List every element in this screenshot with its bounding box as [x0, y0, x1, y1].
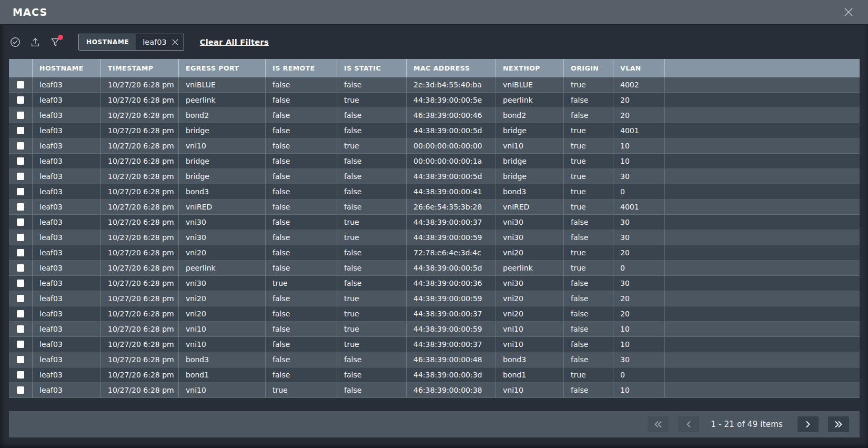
upload-icon	[29, 36, 41, 48]
cell-vlan: 20	[613, 245, 665, 260]
cell-is-remote: false	[266, 291, 337, 306]
cell-vlan: 20	[613, 93, 665, 107]
cell-is-static: false	[337, 383, 407, 397]
cell-mac-address: 46:38:39:00:00:46	[407, 108, 496, 123]
cell-is-static: true	[337, 322, 407, 336]
cell-origin: false	[564, 352, 613, 367]
cell-hostname: leaf03	[33, 93, 101, 107]
row-checkbox[interactable]	[17, 341, 24, 348]
next-page-button[interactable]	[798, 416, 819, 432]
row-checkbox[interactable]	[17, 173, 24, 180]
cell-mac-address: 72:78:e6:4e:3d:4c	[407, 245, 496, 260]
cell-mac-address: 44:38:39:00:00:5d	[407, 169, 496, 184]
table-row: leaf0310/27/20 6:28 pmvni30falsetrue44:3…	[9, 230, 860, 245]
row-filler	[665, 367, 860, 382]
cell-vlan: 30	[613, 169, 665, 184]
row-checkbox[interactable]	[17, 371, 24, 379]
row-checkbox[interactable]	[17, 112, 24, 119]
cell-mac-address: 44:38:39:00:00:37	[407, 337, 496, 352]
cell-mac-address: 44:38:39:00:00:5d	[407, 261, 496, 275]
row-checkbox[interactable]	[17, 142, 24, 150]
export-button[interactable]	[29, 36, 42, 48]
header-is-static[interactable]: IS STATIC	[337, 59, 407, 77]
row-checkbox[interactable]	[17, 325, 24, 333]
row-checkbox-cell	[9, 230, 33, 245]
row-filler	[665, 261, 860, 275]
cell-hostname: leaf03	[33, 337, 101, 352]
cell-vlan: 10	[613, 383, 665, 397]
row-checkbox[interactable]	[17, 234, 24, 241]
cell-origin: true	[564, 261, 613, 275]
row-checkbox[interactable]	[17, 280, 24, 287]
cell-is-remote: false	[266, 93, 337, 107]
cell-nexthop: peerlink	[496, 93, 564, 107]
cell-is-remote: false	[266, 215, 337, 230]
filter-chip-value-wrap: leaf03	[136, 34, 183, 50]
row-checkbox[interactable]	[17, 203, 24, 211]
row-checkbox[interactable]	[17, 218, 24, 226]
header-origin[interactable]: ORIGIN	[564, 59, 613, 77]
filter-button[interactable]	[49, 36, 62, 48]
header-nexthop[interactable]: NEXTHOP	[496, 59, 564, 77]
cell-hostname: leaf03	[33, 215, 101, 230]
cell-vlan: 4001	[613, 123, 665, 138]
row-checkbox[interactable]	[17, 295, 24, 302]
row-checkbox[interactable]	[17, 157, 24, 165]
cell-nexthop: bond1	[496, 367, 564, 382]
row-checkbox[interactable]	[17, 188, 24, 195]
cell-nexthop: vni10	[496, 337, 564, 352]
row-checkbox[interactable]	[17, 264, 24, 272]
cell-origin: false	[564, 215, 613, 230]
cell-nexthop: vni30	[496, 230, 564, 245]
prev-page-button[interactable]	[678, 416, 699, 432]
row-checkbox-cell	[9, 154, 33, 168]
header-vlan[interactable]: VLAN	[613, 59, 665, 77]
cell-vlan: 30	[613, 215, 665, 230]
header-hostname[interactable]: HOSTNAME	[33, 59, 101, 77]
cell-timestamp: 10/27/20 6:28 pm	[101, 245, 179, 260]
table-row: leaf0310/27/20 6:28 pmvni10truefalse46:3…	[9, 383, 860, 398]
row-checkbox[interactable]	[17, 96, 24, 104]
cell-mac-address: 44:38:39:00:00:36	[407, 276, 496, 291]
row-checkbox[interactable]	[17, 127, 24, 134]
last-page-button[interactable]	[828, 416, 849, 432]
row-checkbox[interactable]	[17, 81, 24, 88]
cell-timestamp: 10/27/20 6:28 pm	[101, 108, 179, 123]
cell-nexthop: bond3	[496, 352, 564, 367]
close-button[interactable]	[842, 5, 855, 19]
cell-egress-port: bond2	[179, 108, 266, 123]
header-timestamp[interactable]: TIMESTAMP	[101, 59, 179, 77]
macs-table: HOSTNAME TIMESTAMP EGRESS PORT IS REMOTE…	[9, 59, 860, 398]
header-mac-address[interactable]: MAC ADDRESS	[407, 59, 496, 77]
cell-nexthop: vniBLUE	[496, 77, 564, 92]
clear-all-filters-link[interactable]: Clear All Filters	[200, 38, 269, 46]
chevron-left-icon	[686, 421, 691, 428]
cell-is-static: false	[337, 123, 407, 138]
cell-mac-address: 26:6e:54:35:3b:28	[407, 200, 496, 214]
select-rows-button[interactable]	[9, 36, 22, 48]
header-is-remote[interactable]: IS REMOTE	[266, 59, 337, 77]
cell-vlan: 20	[613, 291, 665, 306]
row-checkbox[interactable]	[17, 356, 24, 363]
cell-egress-port: vni20	[179, 306, 266, 321]
table-row: leaf0310/27/20 6:28 pmbridgefalsefalse44…	[9, 123, 860, 138]
first-page-button[interactable]	[648, 416, 669, 432]
filter-chip-remove-button[interactable]	[171, 38, 179, 46]
cell-is-remote: true	[266, 276, 337, 291]
row-checkbox[interactable]	[17, 386, 24, 394]
cell-timestamp: 10/27/20 6:28 pm	[101, 138, 179, 153]
row-checkbox[interactable]	[17, 249, 24, 256]
cell-origin: false	[564, 93, 613, 107]
header-egress-port[interactable]: EGRESS PORT	[179, 59, 266, 77]
cell-is-remote: false	[266, 230, 337, 245]
cell-is-static: false	[337, 276, 407, 291]
table-row: leaf0310/27/20 6:28 pmbond3falsefalse46:…	[9, 352, 860, 367]
cell-timestamp: 10/27/20 6:28 pm	[101, 154, 179, 168]
row-checkbox-cell	[9, 138, 33, 153]
row-checkbox[interactable]	[17, 310, 24, 317]
cell-is-remote: false	[266, 322, 337, 336]
cell-is-static: false	[337, 261, 407, 275]
cell-egress-port: vni10	[179, 322, 266, 336]
cell-egress-port: vniRED	[179, 200, 266, 214]
cell-hostname: leaf03	[33, 138, 101, 153]
